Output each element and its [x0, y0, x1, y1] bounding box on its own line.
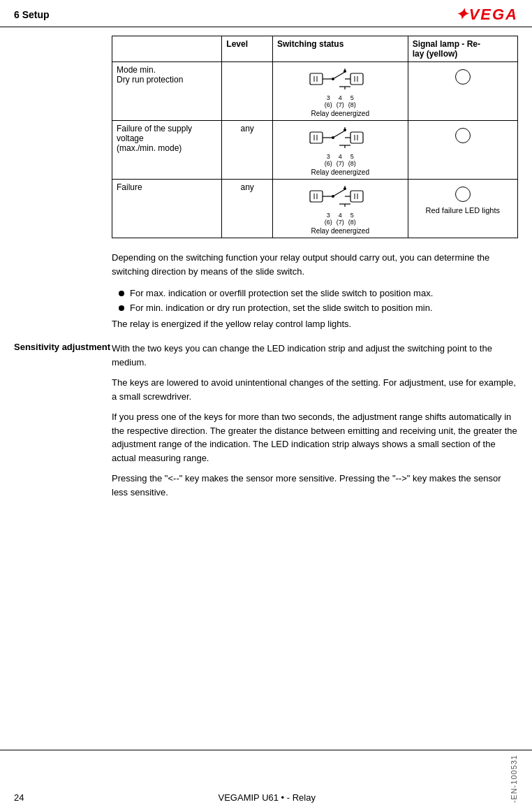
bullet-item-2: For min. indication or dry run protectio… — [119, 303, 518, 313]
relay-diagram-1: 3(6) 4(7) 5(8) Relay deenergized — [277, 65, 404, 117]
svg-line-33 — [333, 189, 345, 196]
bullet-item-1: For max. indication or overfill protecti… — [119, 288, 518, 298]
relay-energized-text: The relay is energized if the yellow rel… — [112, 319, 518, 329]
signal-circle-1 — [455, 69, 471, 85]
row2-switching: 3(6) 4(7) 5(8) Relay deenergized — [272, 121, 408, 180]
row3-signal: Red failure LED lights — [408, 180, 517, 238]
svg-line-19 — [333, 131, 345, 138]
row1-condition: Mode min.Dry run protection — [112, 62, 222, 121]
footer-page-number: 24 — [14, 792, 24, 803]
page-footer: 24 VEGAMIP U61 • - Relay -EN-100531 — [0, 750, 532, 807]
sensitivity-para1: With the two keys you can change the LED… — [112, 342, 518, 369]
footer-doc-number: -EN-100531 — [510, 755, 518, 803]
chapter-title: 6 Setup — [14, 9, 50, 20]
row2-signal — [408, 121, 517, 180]
body-text-section: Depending on the switching function your… — [112, 251, 518, 329]
relay-diagram-2: 3(6) 4(7) 5(8) Relay deenergized — [277, 124, 404, 176]
bullet-text-2: For min. indication or dry run protectio… — [130, 303, 433, 313]
vega-logo: ✦VEGA — [455, 6, 518, 24]
svg-rect-8 — [350, 73, 363, 85]
relay-table: Level Switching status Signal lamp - Re-… — [112, 36, 518, 238]
row2-level: any — [222, 121, 273, 180]
row3-level: any — [222, 180, 273, 238]
intro-text: Depending on the switching function your… — [112, 251, 518, 278]
svg-line-5 — [333, 72, 345, 79]
red-failure-label: Red failure LED lights — [413, 206, 513, 215]
row1-relay-label: Relay deenergized — [311, 110, 369, 117]
row3-switching: 3(6) 4(7) 5(8) Relay deenergized — [272, 180, 408, 238]
svg-rect-14 — [310, 132, 323, 143]
page-header: 6 Setup ✦VEGA — [0, 0, 532, 27]
relay-numbers-1: 3(6) 4(7) 5(8) — [325, 94, 356, 108]
sensitivity-para3: If you press one of the keys for more th… — [112, 410, 518, 465]
row1-switching: 3(6) 4(7) 5(8) Relay deenergized — [272, 62, 408, 121]
svg-rect-0 — [310, 73, 323, 85]
sensitivity-para4: Pressing the "<--" key makes the sensor … — [112, 472, 518, 499]
col-header-signal: Signal lamp - Re-lay (yellow) — [408, 36, 517, 62]
table-row: Failure any — [112, 180, 518, 238]
col-header-condition — [112, 36, 222, 62]
intro-paragraph: Depending on the switching function your… — [112, 251, 518, 278]
col-header-level: Level — [222, 36, 273, 62]
row2-condition: Failure of the supply voltage(max./min. … — [112, 121, 222, 180]
relay-diagram-3: 3(6) 4(7) 5(8) Relay deenergized — [277, 182, 404, 235]
bullet-dot-2 — [119, 305, 124, 311]
signal-circle-2 — [455, 128, 471, 143]
row2-relay-label: Relay deenergized — [311, 168, 369, 176]
row3-relay-label: Relay deenergized — [311, 227, 369, 235]
bullet-list: For max. indication or overfill protecti… — [119, 288, 518, 313]
relay-numbers-3: 3(6) 4(7) 5(8) — [325, 212, 356, 226]
signal-circle-3 — [455, 187, 471, 202]
col-header-switching: Switching status — [272, 36, 408, 62]
footer-product-name: VEGAMIP U61 • - Relay — [219, 792, 316, 803]
sensitivity-content: With the two keys you can change the LED… — [112, 342, 518, 506]
bullet-dot-1 — [119, 291, 124, 296]
svg-rect-22 — [350, 132, 363, 143]
table-row: Mode min.Dry run protection — [112, 62, 518, 121]
bullet-text-1: For max. indication or overfill protecti… — [130, 288, 433, 298]
svg-rect-36 — [350, 191, 363, 202]
row3-condition: Failure — [112, 180, 222, 238]
sensitivity-label: Sensitivity adjustment — [14, 342, 112, 506]
sensitivity-para2: The keys are lowered to avoid unintentio… — [112, 376, 518, 403]
vega-logo-star: ✦ — [455, 6, 469, 23]
sensitivity-section: Sensitivity adjustment With the two keys… — [14, 342, 518, 506]
svg-rect-28 — [310, 191, 323, 202]
relay-numbers-2: 3(6) 4(7) 5(8) — [325, 153, 356, 167]
row1-level — [222, 62, 273, 121]
table-row: Failure of the supply voltage(max./min. … — [112, 121, 518, 180]
row1-signal — [408, 62, 517, 121]
